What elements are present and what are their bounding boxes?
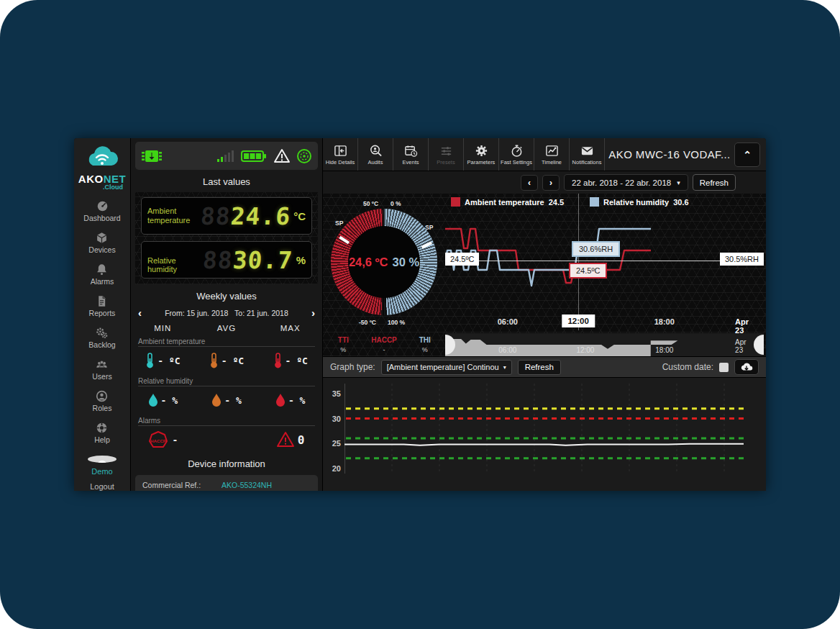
toolbar-fast-settings-button[interactable]: Fast Settings	[499, 138, 534, 171]
alarm-count-cell: 0	[258, 428, 322, 451]
signal-icon	[216, 149, 235, 163]
y-tick: 20	[332, 464, 344, 473]
thi-label: THI	[404, 336, 445, 344]
tti-label: TTI	[323, 336, 364, 344]
bottom-chart-plot[interactable]	[344, 384, 747, 477]
presets-icon	[439, 144, 453, 158]
haccp-stat: HACCP-	[364, 336, 405, 353]
reports-icon	[96, 295, 108, 307]
sidebar-item-dashboard[interactable]: Dashboard	[83, 200, 120, 222]
toolbar-label: Fast Settings	[501, 159, 532, 166]
sidebar-label: Alarms	[91, 277, 114, 286]
date-next-button[interactable]: ›	[542, 175, 560, 191]
device-status-bar	[135, 142, 318, 170]
y-tick: 25	[332, 439, 344, 448]
devices-icon	[96, 232, 108, 244]
download-button[interactable]	[734, 359, 759, 375]
toolbar-parameters-button[interactable]: Parameters	[464, 138, 499, 171]
main-chart-x-axis: 06:00 18:00 Apr 23 12:00	[445, 314, 764, 332]
week-next-button[interactable]: ›	[311, 307, 315, 318]
ghost-digits: 88	[200, 202, 232, 230]
humidity-display: Relative humidity 8830.7 %	[141, 241, 312, 279]
user-name[interactable]: Demo	[91, 467, 112, 476]
x-tick: 18:00	[654, 317, 675, 326]
info-value: AKO-55324NH	[222, 481, 272, 489]
hum-min-value: - %	[161, 395, 178, 406]
caret-down-icon: ▾	[677, 179, 680, 186]
akonet-app-window: AKONET .Cloud Dashboard Devices Alarms R…	[74, 138, 766, 491]
timeline-tick: 12:00	[576, 346, 594, 354]
toolbar-hide-details-button[interactable]: Hide Details	[323, 138, 358, 171]
toolbar-label: Events	[403, 159, 419, 166]
weekly-humidity-row: - % - % - %	[131, 389, 322, 412]
refresh-button[interactable]: Refresh	[693, 174, 736, 191]
crosshair-left-value-box: 24.5ºC	[445, 253, 479, 266]
gauge-sp-left-label: SP	[335, 220, 343, 227]
sidebar-item-users[interactable]: Users	[92, 358, 111, 381]
gauge-scale-max-hum: 100 %	[388, 319, 405, 326]
sidebar-item-devices[interactable]: Devices	[88, 232, 115, 254]
last-values-display: Ambient temperature 8824.6 °C Relative h…	[135, 192, 318, 284]
parameters-icon	[475, 144, 488, 158]
haccp-value: -	[172, 435, 178, 445]
user-avatar[interactable]	[88, 456, 117, 463]
haccp-cell: HACCP -	[131, 428, 195, 451]
custom-date-label: Custom date:	[662, 362, 713, 372]
sidebar-item-help[interactable]: Help	[94, 422, 110, 444]
temperature-display-value: 8824.6	[200, 202, 292, 230]
toolbar-audits-button[interactable]: Audits	[358, 138, 393, 171]
help-icon	[96, 422, 108, 434]
users-icon	[96, 358, 108, 371]
toolbar-notifications-button[interactable]: Notifications	[570, 138, 605, 171]
cloud-download-icon	[740, 362, 753, 372]
sidebar-label: Reports	[89, 309, 116, 317]
device-title: AKO MWC-16 VODAF...	[605, 138, 734, 171]
timeline-scrubber[interactable]: 06:00 12:00 18:00 Apr 23	[445, 333, 764, 356]
weekly-humidity-group-label: Relative humidity	[138, 377, 315, 386]
hide-details-icon	[334, 144, 347, 158]
gauge-column: 24,6 ºC 30 % 50 ºC 0 % SP SP -50 ºC 100 …	[323, 194, 445, 356]
legend-swatch-humidity	[590, 197, 599, 207]
sidebar-item-backlog[interactable]: Backlog	[88, 327, 115, 349]
sp-marker-temperature	[339, 236, 350, 245]
week-navigator: ‹ From: 15 jun. 2018 To: 21 jun. 2018 ›	[138, 307, 315, 318]
sidebar-item-alarms[interactable]: Alarms	[91, 263, 114, 286]
logout-link[interactable]: Logout	[90, 482, 114, 491]
hum-avg-cell: - %	[195, 389, 259, 412]
timeline-tick: 18:00	[655, 346, 673, 354]
lit-digits: 24.6	[229, 202, 291, 230]
graph-refresh-button[interactable]: Refresh	[518, 360, 561, 375]
haccp-stat-value: -	[364, 346, 405, 353]
humidity-display-label: Relative humidity	[147, 256, 203, 278]
sidebar-label: Devices	[88, 245, 115, 254]
alarm-warning-icon	[276, 431, 295, 448]
sidebar-item-reports[interactable]: Reports	[89, 295, 116, 317]
svg-text:HACCP: HACCP	[150, 438, 166, 443]
refresh-label: Refresh	[525, 363, 554, 371]
temp-max-cell: - ºC	[258, 349, 322, 372]
toolbar-timeline-button[interactable]: Timeline	[534, 138, 570, 171]
toolbar-presets-button[interactable]: Presets	[429, 138, 464, 171]
graph-type-select[interactable]: [Ambient temperature] Continou ▾	[381, 360, 512, 375]
custom-date-checkbox[interactable]	[719, 363, 729, 372]
sp-marker-humidity	[421, 241, 432, 248]
date-navigation-row: ‹ › 22 abr. 2018 - 22 abr. 2018 ▾ Refres…	[323, 171, 766, 194]
gauge-center: 24,6 ºC 30 %	[348, 226, 420, 298]
chevron-up-icon: ⌃	[743, 149, 752, 160]
gauge-stats-row: TTI% HACCP- THI%	[323, 336, 445, 353]
legend-relative-humidity: Relative humidity 30.6	[590, 197, 689, 207]
legend-current-value: 24.5	[549, 198, 564, 207]
toolbar-events-button[interactable]: Events	[393, 138, 429, 171]
date-prev-button[interactable]: ‹	[521, 175, 538, 191]
week-date-range: From: 15 jun. 2018 To: 21 jun. 2018	[142, 309, 311, 317]
gauge-scale-min-hum: 0 %	[391, 200, 401, 207]
collapse-panel-button[interactable]: ⌃	[734, 142, 760, 167]
sidebar-label: Dashboard	[83, 214, 120, 222]
date-range-select[interactable]: 22 abr. 2018 - 22 abr. 2018 ▾	[564, 174, 688, 191]
col-min: MIN	[131, 324, 195, 332]
thermometer-icon	[273, 352, 283, 369]
chart-legend: Ambient temperature 24.5 Relative humidi…	[451, 197, 689, 207]
weekly-alarms-group-label: Alarms	[138, 417, 315, 426]
hum-min-cell: - %	[131, 389, 195, 412]
sidebar-item-roles[interactable]: Roles	[93, 390, 112, 412]
